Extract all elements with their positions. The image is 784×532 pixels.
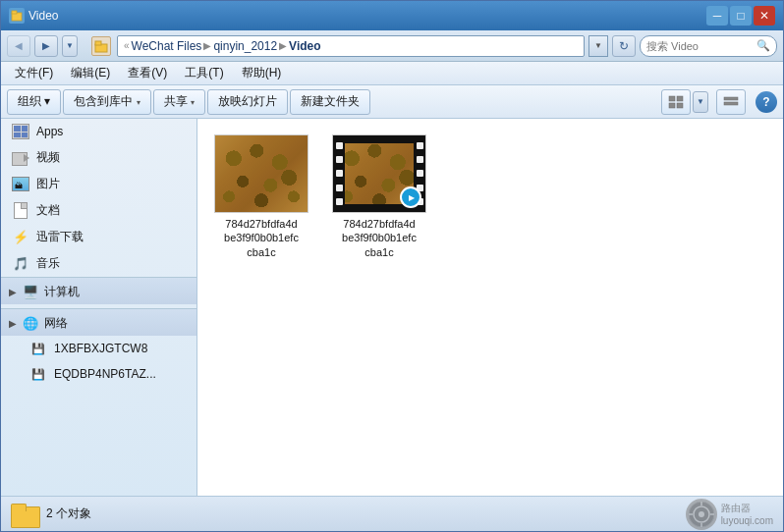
address-dropdown-button[interactable]: ▼ bbox=[588, 35, 608, 57]
window-title: Video bbox=[25, 9, 706, 23]
forward-button[interactable]: ▶ bbox=[34, 35, 58, 57]
address-field[interactable]: « WeChat Files ▶ qinyin_2012 ▶ Video bbox=[117, 35, 585, 57]
hdd-icon-1: 💾 bbox=[28, 341, 48, 356]
film-hole bbox=[417, 156, 423, 163]
sidebar-computer-section[interactable]: ▶ 🖥️ 计算机 bbox=[1, 277, 196, 304]
svg-rect-9 bbox=[724, 102, 738, 105]
menu-tools[interactable]: 工具(T) bbox=[177, 63, 231, 83]
sidebar-network-section[interactable]: ▶ 🌐 网络 bbox=[1, 308, 196, 336]
film-hole bbox=[336, 142, 343, 149]
minimize-button[interactable]: ─ bbox=[706, 6, 728, 26]
file-item-image[interactable]: 784d27bfdfa4dbe3f9f0b0b1efccba1c bbox=[207, 129, 315, 265]
content-area: Apps 视频 图片 bbox=[1, 119, 783, 496]
film-hole bbox=[336, 170, 343, 177]
search-box: 🔍 bbox=[640, 35, 777, 57]
film-top-bar bbox=[345, 135, 414, 143]
film-hole bbox=[417, 142, 423, 149]
address-bar: ◀ ▶ ▼ « WeChat Files ▶ qinyin_2012 ▶ Vid… bbox=[1, 30, 783, 62]
details-view-button[interactable] bbox=[716, 89, 746, 115]
file-grid[interactable]: 784d27bfdfa4dbe3f9f0b0b1efccba1c bbox=[197, 119, 783, 496]
title-bar: Video ─ □ ✕ bbox=[1, 1, 783, 30]
doc-icon bbox=[11, 203, 30, 219]
film-hole bbox=[336, 156, 343, 163]
film-hole bbox=[336, 185, 343, 191]
svg-rect-1 bbox=[12, 11, 17, 14]
include-library-button[interactable]: 包含到库中 ▾ bbox=[63, 89, 150, 115]
close-button[interactable]: ✕ bbox=[754, 6, 775, 26]
menu-bar: 文件(F) 编辑(E) 查看(V) 工具(T) 帮助(H) bbox=[1, 62, 783, 85]
organize-button[interactable]: 组织 ▾ bbox=[7, 89, 61, 115]
sidebar-item-picture[interactable]: 图片 bbox=[1, 171, 196, 197]
window: Video ─ □ ✕ ◀ ▶ ▼ « WeChat Files ▶ qinyi… bbox=[0, 0, 784, 532]
sidebar: Apps 视频 图片 bbox=[1, 119, 197, 496]
watermark-logo bbox=[686, 499, 717, 530]
file-name-video: 784d27bfdfa4dbe3f9f0b0b1efccba1c bbox=[342, 217, 417, 259]
maximize-button[interactable]: □ bbox=[730, 6, 752, 26]
view-toggle-button[interactable] bbox=[661, 89, 691, 115]
back-button[interactable]: ◀ bbox=[7, 35, 30, 57]
film-hole bbox=[336, 198, 343, 205]
svg-point-12 bbox=[699, 511, 704, 517]
hdd-icon-2: 💾 bbox=[28, 366, 48, 382]
sidebar-item-apps[interactable]: Apps bbox=[1, 119, 196, 144]
computer-expand-icon: ▶ bbox=[9, 287, 17, 297]
watermark: 路由器 luyouqi.com bbox=[686, 499, 773, 530]
video-play-badge bbox=[400, 186, 421, 208]
menu-edit[interactable]: 编辑(E) bbox=[63, 63, 118, 83]
svg-rect-4 bbox=[669, 96, 675, 101]
breadcrumb: « WeChat Files ▶ qinyin_2012 ▶ Video bbox=[124, 39, 321, 53]
file-thumbnail-video bbox=[332, 134, 426, 213]
toolbar: 组织 ▾ 包含到库中 ▾ 共享 ▾ 放映幻灯片 新建文件夹 ▼ bbox=[1, 85, 783, 119]
menu-file[interactable]: 文件(F) bbox=[7, 63, 61, 83]
status-count: 2 个对象 bbox=[46, 505, 678, 522]
refresh-button[interactable]: ↻ bbox=[612, 35, 636, 57]
video-icon bbox=[11, 150, 30, 166]
film-left-strip bbox=[333, 135, 345, 212]
svg-rect-3 bbox=[95, 41, 101, 45]
svg-rect-5 bbox=[677, 96, 683, 101]
help-button[interactable]: ? bbox=[756, 91, 777, 113]
new-folder-button[interactable]: 新建文件夹 bbox=[290, 89, 370, 115]
svg-rect-6 bbox=[669, 103, 675, 108]
computer-section-icon: 🖥️ bbox=[23, 285, 38, 299]
film-strip-overlay bbox=[333, 135, 425, 212]
menu-help[interactable]: 帮助(H) bbox=[234, 63, 290, 83]
search-icon[interactable]: 🔍 bbox=[756, 39, 770, 52]
status-folder-icon bbox=[11, 501, 38, 528]
file-name-image: 784d27bfdfa4dbe3f9f0b0b1efccba1c bbox=[224, 217, 299, 259]
file-area: 784d27bfdfa4dbe3f9f0b0b1efccba1c bbox=[197, 119, 783, 496]
svg-rect-8 bbox=[724, 97, 738, 100]
nav-dropdown-button[interactable]: ▼ bbox=[62, 35, 78, 57]
thumbnail-content bbox=[215, 135, 308, 212]
file-item-video[interactable]: 784d27bfdfa4dbe3f9f0b0b1efccba1c bbox=[325, 129, 433, 265]
sidebar-item-network-2[interactable]: 💾 EQDBP4NP6TAZ... bbox=[1, 361, 196, 387]
sidebar-item-music[interactable]: 🎵 音乐 bbox=[1, 250, 196, 277]
thunder-icon: ⚡ bbox=[11, 230, 30, 245]
file-thumbnail-image bbox=[214, 134, 308, 213]
film-hole bbox=[417, 170, 423, 177]
window-controls: ─ □ ✕ bbox=[706, 6, 775, 26]
sidebar-item-thunder[interactable]: ⚡ 迅雷下载 bbox=[1, 224, 196, 250]
sidebar-item-video[interactable]: 视频 bbox=[1, 144, 196, 171]
network-section-icon: 🌐 bbox=[23, 316, 38, 331]
slideshow-button[interactable]: 放映幻灯片 bbox=[207, 89, 288, 115]
sidebar-item-doc[interactable]: 文档 bbox=[1, 197, 196, 224]
view-dropdown-button[interactable]: ▼ bbox=[693, 91, 708, 113]
music-icon: 🎵 bbox=[11, 256, 30, 272]
picture-icon bbox=[11, 177, 30, 192]
sidebar-item-network-1[interactable]: 💾 1XBFBXJGTCW8 bbox=[1, 336, 196, 361]
share-button[interactable]: 共享 ▾ bbox=[153, 89, 205, 115]
menu-view[interactable]: 查看(V) bbox=[120, 63, 175, 83]
svg-rect-7 bbox=[677, 103, 683, 108]
search-input[interactable] bbox=[646, 40, 753, 52]
status-bar: 2 个对象 路由器 luyouqi.com bbox=[1, 496, 783, 531]
sidebar-scroll[interactable]: Apps 视频 图片 bbox=[1, 119, 196, 496]
watermark-text-container: 路由器 luyouqi.com bbox=[721, 502, 773, 526]
network-expand-icon: ▶ bbox=[9, 318, 17, 329]
apps-icon bbox=[11, 124, 30, 139]
